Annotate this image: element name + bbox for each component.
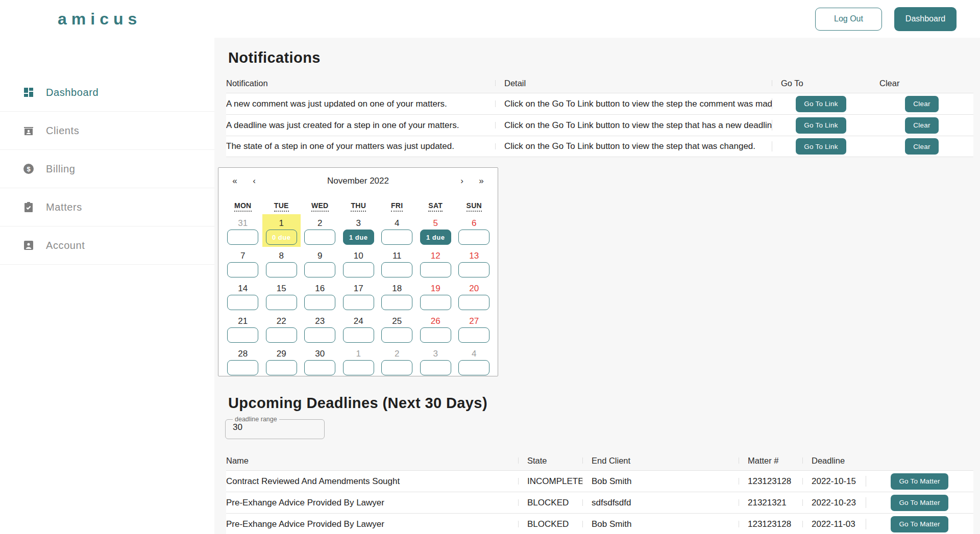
log-out-button[interactable]: Log Out <box>815 8 882 31</box>
go-to-link-button[interactable]: Go To Link <box>796 138 846 155</box>
deadline-range-input[interactable] <box>232 422 313 433</box>
sidebar-item-clients[interactable]: Clients <box>0 112 214 150</box>
clients-icon <box>22 124 35 137</box>
calendar-cell: 10 due <box>262 214 301 247</box>
calendar-next-year-button[interactable]: » <box>476 176 486 186</box>
calendar-day-number: 15 <box>277 283 286 294</box>
calendar-day-slot[interactable] <box>381 230 412 245</box>
sidebar-item-matters[interactable]: Matters <box>0 188 214 226</box>
calendar-day-slot[interactable] <box>458 262 489 277</box>
calendar-day-slot[interactable] <box>458 295 489 310</box>
calendar-day-name: FRI <box>391 201 403 212</box>
calendar-day-slot[interactable] <box>343 327 374 343</box>
calendar-day-slot[interactable] <box>420 262 451 277</box>
sidebar-item-label: Clients <box>46 125 79 137</box>
calendar-day-slot[interactable] <box>381 295 412 310</box>
calendar-day-number: 24 <box>354 315 363 327</box>
column-header-name: Name <box>226 456 518 466</box>
calendar-day-slot[interactable] <box>343 295 374 310</box>
calendar-cell: 27 <box>455 312 494 345</box>
calendar-day-number: 12 <box>431 250 440 262</box>
calendar-day-slot[interactable] <box>304 360 335 375</box>
deadline-state: BLOCKED <box>518 498 582 508</box>
calendar-day-slot[interactable] <box>343 262 374 277</box>
go-to-link-button[interactable]: Go To Link <box>796 96 846 112</box>
calendar-cell: 13 <box>455 247 494 279</box>
deadline-row: Pre-Exhange Advice Provided By Lawyer BL… <box>226 492 973 513</box>
calendar-cell: 23 <box>301 312 339 345</box>
clear-notification-button[interactable]: Clear <box>905 96 938 112</box>
calendar-day-slot[interactable] <box>381 262 412 277</box>
calendar-day-number: 4 <box>472 348 476 360</box>
calendar-day-slot[interactable] <box>304 327 335 343</box>
calendar-cell: 6 <box>455 214 494 247</box>
calendar-cell: 24 <box>339 312 378 345</box>
calendar-day-slot[interactable] <box>266 327 297 343</box>
go-to-link-button[interactable]: Go To Link <box>796 117 846 134</box>
calendar-due-badge[interactable]: 0 due <box>266 230 297 245</box>
calendar-week-row: 2829301234 <box>224 345 493 377</box>
calendar-cell: 16 <box>301 279 339 312</box>
calendar-day-slot[interactable] <box>343 360 374 375</box>
calendar-day-slot[interactable] <box>458 230 489 245</box>
topbar-actions: Log Out Dashboard <box>815 7 957 31</box>
deadline-end-client: Bob Smith <box>582 476 739 487</box>
calendar-cell: 1 <box>339 345 378 377</box>
calendar-day-number: 22 <box>277 315 286 327</box>
column-header-go-to: Go To <box>772 79 870 88</box>
calendar-day-slot[interactable] <box>381 360 412 375</box>
calendar-day-number: 9 <box>317 250 322 262</box>
go-to-matter-button[interactable]: Go To Matter <box>891 516 948 532</box>
calendar-day-number: 4 <box>395 217 399 229</box>
calendar-day-slot[interactable] <box>420 295 451 310</box>
calendar-cell: 9 <box>301 247 339 279</box>
calendar-day-number: 1 <box>279 217 284 229</box>
go-to-matter-button[interactable]: Go To Matter <box>891 473 948 490</box>
calendar-day-slot[interactable] <box>458 327 489 343</box>
calendar-cell: 2 <box>301 214 339 247</box>
calendar-cell: 28 <box>224 345 262 377</box>
calendar-next-month-button[interactable]: › <box>457 176 467 186</box>
calendar-day-slot[interactable] <box>381 327 412 343</box>
calendar-day-slot[interactable] <box>304 262 335 277</box>
clear-notification-button[interactable]: Clear <box>905 117 938 134</box>
calendar-day-slot[interactable] <box>304 230 335 245</box>
notifications-title: Notifications <box>228 49 973 66</box>
clear-notification-button[interactable]: Clear <box>905 138 938 155</box>
calendar-prev-year-button[interactable]: « <box>230 176 240 186</box>
column-header-notification: Notification <box>226 79 495 88</box>
calendar-day-slot[interactable] <box>266 360 297 375</box>
calendar-day-slot[interactable] <box>458 360 489 375</box>
calendar-day-slot[interactable] <box>227 360 258 375</box>
calendar-day-number: 1 <box>356 348 361 360</box>
deadline-date: 2022-11-03 <box>802 519 866 529</box>
sidebar-item-billing[interactable]: $ Billing <box>0 150 214 188</box>
calendar-day-number: 2 <box>395 348 399 360</box>
calendar-day-slot[interactable] <box>227 230 258 245</box>
deadlines-table: Name State End Client Matter # Deadline … <box>226 451 973 534</box>
calendar-day-slot[interactable] <box>420 360 451 375</box>
calendar-prev-month-button[interactable]: ‹ <box>249 176 259 186</box>
calendar-day-slot[interactable] <box>304 295 335 310</box>
calendar-day-number: 29 <box>277 348 286 360</box>
dashboard-button[interactable]: Dashboard <box>894 7 957 31</box>
calendar-day-number: 25 <box>392 315 402 327</box>
calendar-cell: 4 <box>455 345 494 377</box>
calendar-day-slot[interactable] <box>227 262 258 277</box>
sidebar-item-dashboard[interactable]: Dashboard <box>0 73 214 112</box>
calendar-cell: 10 <box>339 247 378 279</box>
calendar-day-slot[interactable] <box>227 327 258 343</box>
calendar-due-badge[interactable]: 1 due <box>420 230 451 245</box>
sidebar-item-account[interactable]: Account <box>0 226 214 265</box>
calendar-due-badge[interactable]: 1 due <box>343 230 374 245</box>
calendar-day-slot[interactable] <box>266 262 297 277</box>
deadline-matter: 21321321 <box>739 498 802 508</box>
calendar-day-slot[interactable] <box>227 295 258 310</box>
calendar-cell: 21 <box>224 312 262 345</box>
go-to-matter-button[interactable]: Go To Matter <box>891 495 948 511</box>
calendar-day-slot[interactable] <box>266 295 297 310</box>
column-header-end-client: End Client <box>582 456 739 466</box>
calendar-day-name: SUN <box>467 201 482 212</box>
deadline-matter: 123123128 <box>739 476 802 487</box>
calendar-day-slot[interactable] <box>420 327 451 343</box>
